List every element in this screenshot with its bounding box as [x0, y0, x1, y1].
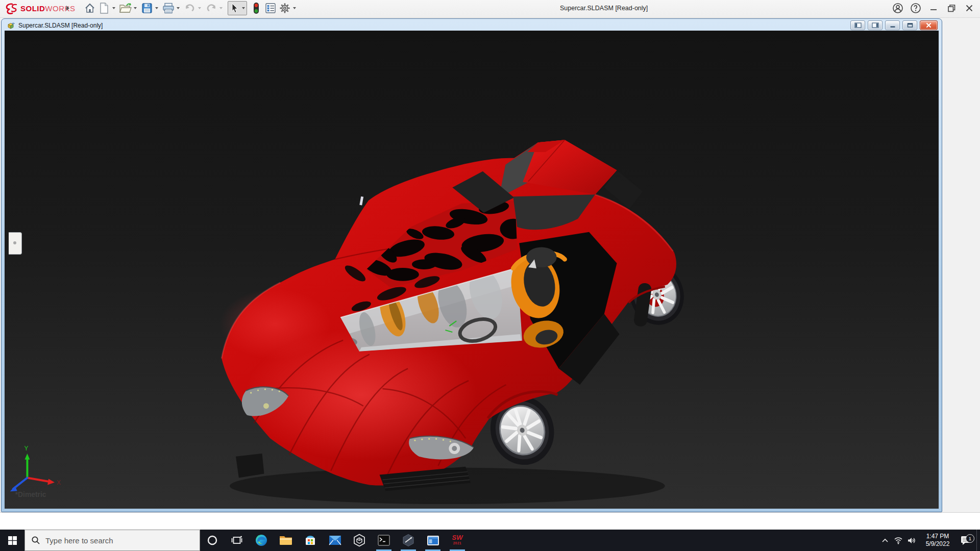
- feature-tree-collapse-tab[interactable]: [9, 232, 22, 255]
- open-caret[interactable]: [133, 2, 138, 15]
- save-icon: [141, 3, 153, 14]
- print-button[interactable]: [162, 2, 175, 15]
- redo-button[interactable]: [205, 2, 218, 15]
- 3d-viewer-icon: [353, 534, 365, 547]
- brand-solid: SOLID: [20, 4, 45, 13]
- taskbar-store[interactable]: [298, 530, 323, 551]
- traffic-light-button[interactable]: [250, 2, 263, 15]
- system-tray: 1:47 PM 5/9/2022 1: [878, 530, 980, 551]
- taskbar-file-explorer[interactable]: [274, 530, 298, 551]
- document-window-controls: [850, 20, 938, 30]
- pane-left-button[interactable]: [850, 20, 865, 30]
- axis-y-label: Y: [24, 445, 28, 452]
- solidworks-logo: SOLIDWORKS: [5, 3, 76, 15]
- display-list-icon: [265, 3, 276, 14]
- axis-x-label: X: [57, 479, 61, 486]
- start-button[interactable]: [0, 530, 24, 551]
- help-icon: [910, 3, 921, 14]
- supercar-model: Y X *Dimetric: [5, 31, 939, 509]
- taskbar-hexagon-app[interactable]: [396, 530, 421, 551]
- taskbar-solidworks[interactable]: SW 2021: [445, 530, 470, 551]
- new-document-button[interactable]: [97, 2, 111, 15]
- new-document-icon: [100, 3, 109, 14]
- document-titlebar[interactable]: Supercar.SLDASM [Read-only]: [7, 20, 103, 31]
- wifi-icon: [894, 537, 903, 544]
- undo-button[interactable]: [183, 2, 197, 15]
- document-window: Supercar.SLDASM [Read-only]: [1, 18, 942, 512]
- doc-close-button[interactable]: [920, 20, 938, 30]
- taskbar-mail[interactable]: [323, 530, 347, 551]
- minimize-icon: [889, 22, 896, 28]
- taskbar-terminal[interactable]: [372, 530, 396, 551]
- options-button[interactable]: [278, 2, 291, 15]
- taskbar-search[interactable]: [24, 530, 200, 551]
- tray-chevron-button[interactable]: [878, 538, 892, 543]
- terminal-icon: [378, 535, 390, 546]
- close-button[interactable]: [963, 2, 976, 15]
- select-tool-button[interactable]: [228, 1, 247, 15]
- undo-caret[interactable]: [197, 2, 202, 15]
- brand-works: WORKS: [45, 4, 75, 13]
- tray-notifications[interactable]: 1: [957, 535, 974, 545]
- open-button[interactable]: [119, 2, 132, 15]
- mail-icon: [329, 535, 341, 545]
- minimize-button[interactable]: [927, 2, 940, 15]
- display-list-button[interactable]: [264, 2, 277, 15]
- menu-flyout-arrow-icon[interactable]: [66, 6, 69, 11]
- save-button[interactable]: [140, 2, 154, 15]
- view-orientation-label: *Dimetric: [15, 490, 46, 498]
- app-window-icon: [427, 535, 439, 546]
- account-button[interactable]: [891, 2, 904, 15]
- file-explorer-icon: [279, 535, 292, 546]
- open-icon: [119, 3, 132, 14]
- taskbar-3d-viewer[interactable]: [347, 530, 372, 551]
- status-strip: [0, 512, 980, 530]
- traffic-light-icon: [253, 2, 260, 14]
- search-icon: [31, 536, 40, 545]
- chevron-up-icon: [881, 538, 889, 543]
- cortana-icon: [207, 535, 218, 546]
- solidworks-taskbar-icon: SW 2021: [452, 535, 463, 546]
- tray-volume[interactable]: [905, 537, 918, 544]
- minimize-icon: [928, 3, 939, 13]
- orientation-triad: Y X: [10, 445, 61, 491]
- taskbar-app-window[interactable]: [421, 530, 445, 551]
- search-input[interactable]: [44, 536, 184, 545]
- pane-left-icon: [854, 22, 862, 28]
- help-button[interactable]: [909, 2, 922, 15]
- app-title: Supercar.SLDASM [Read-only]: [560, 5, 648, 12]
- redo-caret[interactable]: [218, 2, 224, 15]
- select-tool-caret[interactable]: [241, 2, 246, 15]
- pane-right-button[interactable]: [868, 20, 883, 30]
- new-document-caret[interactable]: [111, 2, 116, 15]
- taskbar-task-view[interactable]: [225, 530, 249, 551]
- pane-right-icon: [872, 22, 879, 28]
- account-icon: [892, 3, 903, 14]
- hexagon-app-icon: [402, 534, 414, 547]
- options-caret[interactable]: [292, 2, 297, 15]
- start-icon: [8, 536, 17, 545]
- home-icon: [84, 3, 95, 14]
- graphics-viewport[interactable]: Y X *Dimetric: [5, 31, 939, 509]
- taskbar-cortana[interactable]: [200, 530, 225, 551]
- left-grille: [236, 454, 264, 478]
- close-icon: [964, 3, 974, 13]
- taskbar-edge[interactable]: [249, 530, 274, 551]
- tray-time: 1:47 PM: [921, 533, 954, 540]
- doc-minimize-button[interactable]: [885, 20, 900, 30]
- main-toolbar: [83, 0, 299, 16]
- tray-clock[interactable]: 1:47 PM 5/9/2022: [921, 533, 954, 548]
- solidworks-logo-icon: [5, 3, 18, 14]
- task-view-icon: [231, 535, 242, 546]
- show-desktop-button[interactable]: [976, 530, 980, 551]
- home-button[interactable]: [83, 2, 96, 15]
- tray-network[interactable]: [892, 537, 905, 544]
- restore-button[interactable]: [945, 2, 958, 15]
- options-gear-icon: [279, 3, 290, 14]
- save-caret[interactable]: [154, 2, 159, 15]
- speaker-icon: [907, 537, 916, 544]
- notification-badge: 1: [966, 534, 974, 543]
- taskbar: SW 2021: [0, 530, 980, 551]
- doc-restore-button[interactable]: [902, 20, 917, 30]
- print-caret[interactable]: [176, 2, 181, 15]
